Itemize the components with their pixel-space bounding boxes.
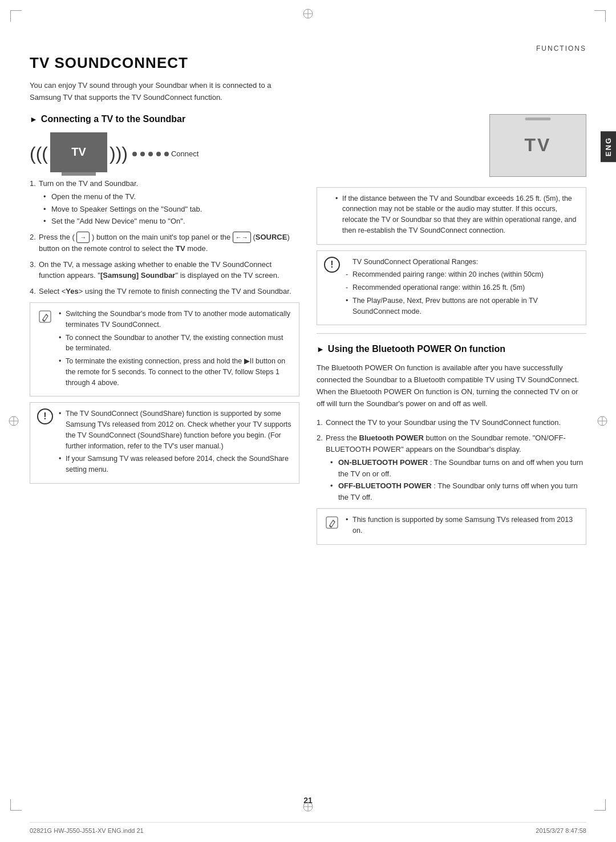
dot4 [156, 152, 161, 156]
bt-sub2: OFF-BLUETOOTH POWER : The Soundbar only … [330, 480, 586, 503]
eng-tab: ENG [601, 131, 616, 162]
step3-text: On the TV, a message asking whether to e… [39, 260, 279, 280]
connect-label: Connect [171, 149, 198, 158]
step1-sub1: Open the menu of the TV. [43, 191, 299, 203]
step2-text: Press the ( → ) button on the main unit'… [39, 233, 290, 253]
bluetooth-intro: The Bluetooth POWER On function is avail… [317, 362, 586, 410]
section1-heading-text: Connecting a TV to the Soundbar [41, 114, 185, 124]
reg-mark-right [595, 414, 609, 428]
footer-left: 02821G HW-J550-J551-XV ENG.indd 21 [30, 827, 144, 834]
bt-step2-sub: ON-BLUETOOTH POWER : The Soundbar turns … [330, 457, 586, 503]
svg-line-13 [46, 314, 48, 316]
section1-heading: ► Connecting a TV to the Soundbar [30, 114, 299, 124]
dot5 [164, 152, 169, 156]
bt-step-1: 1. Connect the TV to your Soundbar using… [317, 417, 586, 428]
svg-line-16 [333, 520, 335, 522]
tv-right-display: TV [489, 114, 586, 177]
warning-box-1: ! The TV SoundConnect (SoundShare) funct… [30, 402, 299, 484]
right-diagram: TV [317, 114, 586, 180]
right-note1-content: If the distance between the TV and Sound… [335, 193, 579, 238]
dots-line [132, 152, 169, 156]
right-warning-1: ! TV SoundConnect Operational Ranges: Re… [317, 250, 586, 326]
corner-mark-br [594, 799, 606, 811]
tv-wave-left: ((( [30, 143, 48, 164]
corner-mark-tl [10, 10, 22, 22]
dot1 [132, 152, 137, 156]
step-4: 4. Select <Yes> using the TV remote to f… [30, 286, 299, 297]
pencil-icon-2 [324, 515, 340, 531]
bt-sub1: ON-BLUETOOTH POWER : The Soundbar turns … [330, 457, 586, 479]
tv-wave-right: ))) [110, 143, 128, 164]
page-wrapper: ENG FUNCTIONS TV SOUNDCONNECT You can en… [0, 0, 616, 842]
section2-heading-text: Using the Bluetooth POWER On function [328, 344, 505, 354]
dot3 [148, 152, 153, 156]
warn1-item2: If your Samsung TV was released before 2… [59, 454, 292, 475]
intro-text: You can enjoy TV sound through your Soun… [30, 80, 303, 104]
arrow-bullet-2: ► [317, 345, 325, 354]
step-1: 1. Turn on the TV and Soundbar. Open the… [30, 178, 299, 227]
range-item1: Recommended pairing range: within 20 inc… [346, 269, 579, 280]
range-item2: Recommended operational range: within 16… [346, 282, 579, 293]
source-icon: ←→ [233, 232, 251, 244]
tv-diagram: ((( TV ))) [30, 132, 299, 178]
range-heading: TV SoundConnect Operational Ranges: [346, 257, 579, 268]
page-number: 21 [303, 796, 313, 805]
bt-step2-text: Press the Bluetooth POWER button on the … [326, 434, 566, 454]
step1-sub3: Set the "Add New Device" menu to "On". [43, 216, 299, 227]
step1-text: Turn on the TV and Soundbar. [39, 179, 138, 188]
bt-note-content: This function is supported by some Samsu… [346, 515, 579, 539]
bt-note-item1: This function is supported by some Samsu… [346, 515, 579, 536]
bt-step1-text: Connect the TV to your Soundbar using th… [326, 418, 561, 427]
footer-right: 2015/3/27 8:47:58 [536, 827, 586, 834]
arrow-bullet: ► [30, 115, 38, 124]
reg-mark-top [301, 7, 315, 21]
bluetooth-section: ► Using the Bluetooth POWER On function … [317, 344, 586, 544]
tv-stand [62, 172, 96, 176]
main-content: TV SOUNDCONNECT You can enjoy TV sound t… [30, 54, 586, 805]
note1-item1: Switching the Soundbar's mode from TV to… [59, 309, 292, 330]
tv-display-bar [525, 118, 551, 120]
dot2 [140, 152, 145, 156]
section2-heading: ► Using the Bluetooth POWER On function [317, 344, 586, 354]
divider [317, 333, 586, 334]
footer: 02821G HW-J550-J551-XV ENG.indd 21 2015/… [30, 822, 586, 834]
note-box-1: Switching the Soundbar's mode from TV to… [30, 302, 299, 396]
corner-mark-tr [594, 10, 606, 22]
right-column: TV If the distance between the TV and So… [317, 114, 586, 550]
two-column-layout: ► Connecting a TV to the Soundbar ((( TV… [30, 114, 586, 550]
range-item3: The Play/Pause, Next, Prev buttons are n… [346, 295, 579, 317]
step-2: 2. Press the ( → ) button on the main un… [30, 232, 299, 254]
note1-content: Switching the Soundbar's mode from TV to… [59, 309, 292, 390]
note1-item3: To terminate the existing connection, pr… [59, 356, 292, 388]
step1-sub2: Move to Speaker Settings on the "Sound" … [43, 204, 299, 215]
right-warning1-content: TV SoundConnect Operational Ranges: Reco… [346, 257, 579, 319]
right-note-1: If the distance between the TV and Sound… [317, 187, 586, 245]
reg-mark-left [7, 414, 21, 428]
tv-screen: TV [50, 132, 107, 172]
step1-substeps: Open the menu of the TV. Move to Speaker… [43, 191, 299, 227]
bt-steps-list: 1. Connect the TV to your Soundbar using… [317, 417, 586, 503]
step4-text: Select <Yes> using the TV remote to fini… [39, 287, 291, 295]
page-title: TV SOUNDCONNECT [30, 54, 586, 72]
warning1-content: The TV SoundConnect (SoundShare) functio… [59, 408, 292, 477]
bt-note-box: This function is supported by some Samsu… [317, 508, 586, 545]
right-note1-item1: If the distance between the TV and Sound… [335, 193, 579, 236]
warning-icon-1: ! [37, 408, 53, 424]
note1-item2: To connect the Soundbar to another TV, t… [59, 333, 292, 354]
functions-label: FUNCTIONS [536, 44, 586, 52]
tv-display-text: TV [525, 135, 552, 156]
bt-step-2: 2. Press the Bluetooth POWER button on t… [317, 432, 586, 503]
step-3: 3. On the TV, a message asking whether t… [30, 259, 299, 281]
corner-mark-bl [10, 799, 22, 811]
pencil-icon [37, 309, 53, 325]
warn1-item1: The TV SoundConnect (SoundShare) functio… [59, 408, 292, 451]
warning-icon-2: ! [324, 257, 340, 273]
steps-list: 1. Turn on the TV and Soundbar. Open the… [30, 178, 299, 297]
left-column: ► Connecting a TV to the Soundbar ((( TV… [30, 114, 299, 550]
tv-unit: TV [50, 132, 107, 176]
